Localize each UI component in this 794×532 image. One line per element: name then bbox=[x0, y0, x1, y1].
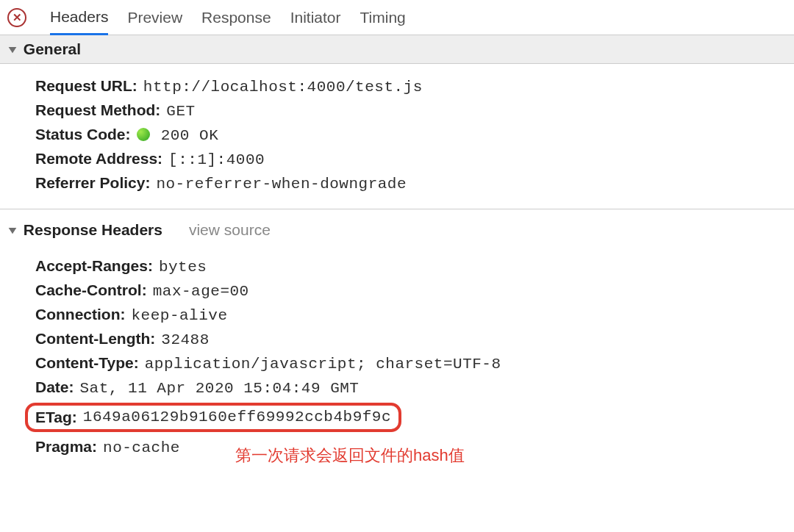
accept-ranges-value: bytes bbox=[159, 259, 207, 276]
date-label: Date: bbox=[35, 378, 74, 396]
request-method-label: Request Method: bbox=[35, 101, 160, 119]
section-response-headers-header[interactable]: ▼ Response Headers view source bbox=[0, 209, 794, 244]
date-value: Sat, 11 Apr 2020 15:04:49 GMT bbox=[80, 380, 360, 397]
disclosure-triangle-icon: ▼ bbox=[6, 43, 19, 55]
tab-bar: ✕ Headers Preview Response Initiator Tim… bbox=[0, 0, 794, 35]
view-source-link[interactable]: view source bbox=[189, 221, 271, 239]
content-length-row: Content-Length: 32488 bbox=[35, 330, 794, 348]
status-dot-icon bbox=[137, 128, 150, 141]
remote-address-label: Remote Address: bbox=[35, 150, 162, 168]
section-general-header[interactable]: ▼ General bbox=[0, 35, 794, 64]
referrer-policy-row: Referrer Policy: no-referrer-when-downgr… bbox=[35, 174, 794, 193]
remote-address-value: [::1]:4000 bbox=[168, 151, 265, 168]
status-code-row: Status Code: 200 OK bbox=[35, 126, 794, 144]
etag-value: 1649a06129b9160eff69992ccb4b9f9c bbox=[83, 409, 391, 426]
date-row: Date: Sat, 11 Apr 2020 15:04:49 GMT bbox=[35, 378, 794, 397]
tab-initiator[interactable]: Initiator bbox=[290, 0, 341, 35]
content-type-row: Content-Type: application/javascript; ch… bbox=[35, 354, 794, 373]
tab-timing[interactable]: Timing bbox=[360, 0, 406, 35]
cache-control-label: Cache-Control: bbox=[35, 281, 147, 299]
status-code-value: 200 OK bbox=[137, 127, 219, 144]
status-code-label: Status Code: bbox=[35, 126, 131, 143]
tab-preview[interactable]: Preview bbox=[127, 0, 182, 35]
remote-address-row: Remote Address: [::1]:4000 bbox=[35, 150, 794, 168]
content-length-value: 32488 bbox=[161, 331, 210, 348]
disclosure-triangle-icon: ▼ bbox=[6, 224, 19, 236]
request-url-label: Request URL: bbox=[35, 77, 137, 95]
request-url-value: http://localhost:4000/test.js bbox=[143, 79, 423, 96]
cache-control-value: max-age=00 bbox=[153, 283, 249, 300]
request-method-row: Request Method: GET bbox=[35, 101, 794, 120]
pragma-value: no-cache bbox=[103, 439, 180, 456]
section-response-headers-title: Response Headers bbox=[24, 221, 162, 239]
tab-headers[interactable]: Headers bbox=[50, 0, 108, 35]
referrer-policy-value: no-referrer-when-downgrade bbox=[156, 176, 407, 193]
request-method-value: GET bbox=[166, 103, 195, 120]
connection-value: keep-alive bbox=[131, 307, 227, 324]
accept-ranges-row: Accept-Ranges: bytes bbox=[35, 257, 794, 276]
accept-ranges-label: Accept-Ranges: bbox=[35, 257, 153, 275]
annotation-text: 第一次请求会返回文件的hash值 bbox=[235, 445, 794, 467]
pragma-label: Pragma: bbox=[35, 438, 97, 456]
general-kv-list: Request URL: http://localhost:4000/test.… bbox=[0, 64, 794, 209]
section-general-title: General bbox=[24, 40, 81, 58]
content-type-value: application/javascript; charset=UTF-8 bbox=[145, 356, 501, 373]
status-code-text: 200 OK bbox=[161, 127, 219, 144]
connection-label: Connection: bbox=[35, 306, 125, 323]
response-headers-kv-list: Accept-Ranges: bytes Cache-Control: max-… bbox=[0, 244, 794, 477]
connection-row: Connection: keep-alive bbox=[35, 306, 794, 324]
etag-highlight-box: ETag: 1649a06129b9160eff69992ccb4b9f9c bbox=[25, 403, 401, 432]
referrer-policy-label: Referrer Policy: bbox=[35, 174, 150, 192]
content-type-label: Content-Type: bbox=[35, 354, 139, 372]
tab-response[interactable]: Response bbox=[201, 0, 271, 35]
request-url-row: Request URL: http://localhost:4000/test.… bbox=[35, 77, 794, 96]
etag-row: ETag: 1649a06129b9160eff69992ccb4b9f9c bbox=[35, 403, 794, 432]
etag-label: ETag: bbox=[35, 409, 77, 426]
cache-control-row: Cache-Control: max-age=00 bbox=[35, 281, 794, 300]
close-icon[interactable]: ✕ bbox=[7, 8, 26, 27]
content-length-label: Content-Length: bbox=[35, 330, 155, 348]
